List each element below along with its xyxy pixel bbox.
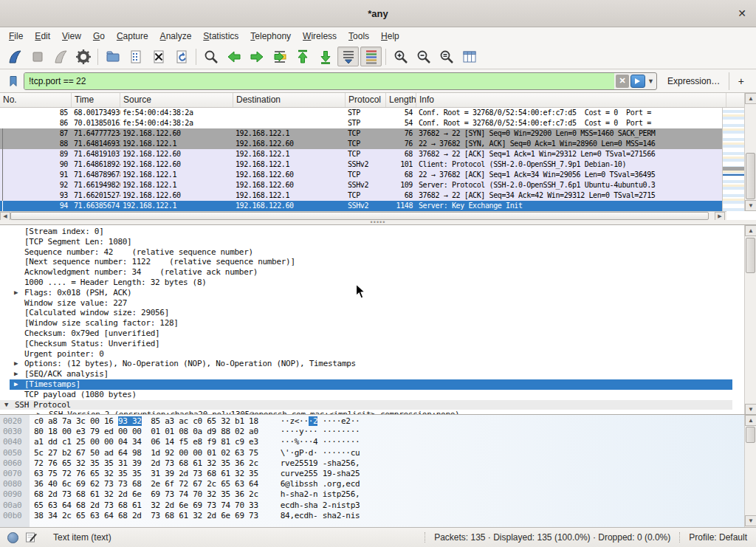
detail-line[interactable]: [Next sequence number: 1122 (relative se…: [0, 257, 744, 267]
menu-go[interactable]: Go: [87, 29, 111, 44]
details-vscrollbar[interactable]: ▲ ▼: [744, 225, 756, 415]
find-packet-button[interactable]: [200, 47, 221, 66]
filter-bookmark-button[interactable]: [4, 72, 22, 90]
column-header-length[interactable]: Length: [386, 93, 416, 107]
scrollbar-thumb[interactable]: [746, 427, 755, 443]
reload-file-button[interactable]: [171, 47, 192, 66]
zoom-out-button[interactable]: [413, 47, 434, 66]
scroll-up-icon[interactable]: ▲: [745, 415, 756, 426]
stop-capture-button[interactable]: [27, 47, 48, 66]
go-to-packet-button[interactable]: [269, 47, 290, 66]
column-header-protocol[interactable]: Protocol: [346, 93, 386, 107]
go-to-bottom-button[interactable]: [315, 47, 336, 66]
packet-row-85[interactable]: 8568.001734936fe:54:00:d4:38:2aSTP54Conf…: [0, 108, 722, 118]
save-file-button[interactable]: [125, 47, 146, 66]
capture-options-button[interactable]: [72, 47, 94, 66]
hex-row-0030[interactable]: 003080 18 00 e3 79 ed 00 00 01 01 08 0a …: [0, 427, 744, 437]
detail-line[interactable]: [TCP Segment Len: 1080]: [0, 237, 744, 247]
expand-icon[interactable]: ▶: [37, 410, 41, 415]
hex-row-00b0[interactable]: 00b038 34 2c 65 63 64 68 2d 73 68 61 32 …: [0, 511, 744, 521]
hex-row-0040[interactable]: 0040a1 dd c1 25 00 00 04 34 06 14 f5 e8 …: [0, 437, 744, 447]
expand-icon[interactable]: ▶: [14, 288, 18, 298]
filter-history-dropdown[interactable]: ▼: [645, 73, 656, 89]
scrollbar-thumb[interactable]: [10, 212, 709, 220]
menu-help[interactable]: Help: [375, 29, 405, 44]
menu-analyze[interactable]: Analyze: [154, 29, 198, 44]
auto-scroll-button[interactable]: [337, 47, 359, 66]
detail-line[interactable]: Urgent pointer: 0: [0, 349, 744, 359]
scroll-down-icon[interactable]: ▼: [745, 200, 756, 211]
detail-line[interactable]: Checksum: 0x79ed [unverified]: [0, 328, 744, 339]
profile-status[interactable]: Profile: Default: [679, 532, 756, 543]
packet-row-91[interactable]: 9171.648789678192.168.122.1192.168.122.6…: [0, 170, 722, 180]
menu-view[interactable]: View: [56, 29, 87, 44]
resize-columns-button[interactable]: [458, 47, 480, 66]
expert-info-icon[interactable]: [7, 532, 18, 543]
detail-line[interactable]: TCP payload (1080 bytes): [0, 390, 744, 400]
detail-line[interactable]: [Checksum Status: Unverified]: [0, 339, 744, 349]
detail-line[interactable]: 1000 .... = Header Length: 32 bytes (8): [0, 278, 744, 288]
menu-file[interactable]: File: [3, 29, 29, 44]
start-capture-button[interactable]: [4, 47, 25, 66]
column-header-source[interactable]: Source: [120, 93, 233, 107]
close-icon[interactable]: ✕: [735, 7, 749, 20]
detail-line[interactable]: Sequence number: 42 (relative sequence n…: [0, 247, 744, 258]
detail-line[interactable]: ▼SSH Protocol: [0, 400, 744, 410]
column-header-no[interactable]: No.: [0, 93, 72, 107]
detail-line[interactable]: ▶[Timestamps]: [0, 379, 744, 390]
packet-row-87[interactable]: 8771.647777234192.168.122.60192.168.122.…: [0, 128, 722, 139]
scrollbar-thumb[interactable]: [746, 153, 755, 199]
packet-list-hscrollbar[interactable]: ◀ ▶: [0, 211, 726, 220]
column-header-info[interactable]: Info: [416, 93, 726, 107]
detail-line[interactable]: Acknowledgment number: 34 (relative ack …: [0, 267, 744, 278]
detail-line[interactable]: ▶[SEQ/ACK analysis]: [0, 369, 744, 379]
restart-capture-button[interactable]: [49, 47, 71, 66]
capture-comment-icon[interactable]: [25, 531, 37, 543]
filter-apply-button[interactable]: [630, 75, 645, 88]
scrollbar-thumb[interactable]: [746, 238, 755, 273]
filter-clear-button[interactable]: ✕: [616, 75, 629, 88]
packet-row-89[interactable]: 8971.648191037192.168.122.60192.168.122.…: [0, 149, 722, 159]
packet-row-86[interactable]: 8670.013850163fe:54:00:d4:38:2aSTP54Conf…: [0, 118, 722, 128]
collapse-icon[interactable]: ▼: [4, 400, 8, 410]
hex-row-00a0[interactable]: 00a065 63 64 68 2d 73 68 61 32 2d 6e 69 …: [0, 500, 744, 511]
hex-row-0070[interactable]: 007063 75 72 76 65 32 35 35 31 39 2d 73 …: [0, 469, 744, 479]
menu-edit[interactable]: Edit: [29, 29, 56, 44]
open-file-button[interactable]: [102, 47, 123, 66]
packet-list-minimap[interactable]: [722, 108, 744, 211]
hex-row-0060[interactable]: 006072 76 65 32 35 35 31 39 2d 73 68 61 …: [0, 458, 744, 469]
detail-line[interactable]: [Stream index: 0]: [0, 227, 744, 237]
expand-icon[interactable]: ▶: [14, 359, 18, 369]
hex-row-0080[interactable]: 008036 40 6c 69 62 73 73 68 2e 6f 72 67 …: [0, 479, 744, 489]
menu-wireless[interactable]: Wireless: [297, 29, 343, 44]
go-to-top-button[interactable]: [292, 47, 313, 66]
packet-row-90[interactable]: 9071.648618924192.168.122.60192.168.122.…: [0, 159, 722, 170]
menu-statistics[interactable]: Statistics: [197, 29, 244, 44]
expand-icon[interactable]: ▶: [14, 369, 18, 379]
close-file-button[interactable]: [148, 47, 169, 66]
detail-line[interactable]: ▶SSH Version 2 (encryption:chacha20-poly…: [0, 410, 744, 415]
column-header-time[interactable]: Time: [72, 93, 120, 107]
go-back-button[interactable]: [223, 47, 244, 66]
hex-row-0020[interactable]: 0020c0 a8 7a 3c 00 16 93 32 85 a3 ac c0 …: [0, 416, 744, 427]
zoom-in-button[interactable]: [390, 47, 411, 66]
packet-row-88[interactable]: 8871.648146932192.168.122.1192.168.122.6…: [0, 139, 722, 149]
packet-row-92[interactable]: 9271.661949820192.168.122.1192.168.122.6…: [0, 180, 722, 190]
filter-input[interactable]: !tcp.port == 22: [24, 73, 614, 89]
detail-line[interactable]: Window size value: 227: [0, 298, 744, 309]
detail-line[interactable]: [Window size scaling factor: 128]: [0, 318, 744, 328]
scroll-down-icon[interactable]: ▼: [745, 515, 756, 526]
bytes-vscrollbar[interactable]: ▲ ▼: [744, 415, 756, 527]
scroll-down-icon[interactable]: ▼: [745, 404, 756, 415]
add-filter-button[interactable]: +: [729, 72, 752, 90]
scroll-up-icon[interactable]: ▲: [745, 225, 756, 236]
menu-telephony[interactable]: Telephony: [244, 29, 297, 44]
hex-row-0050[interactable]: 00505c 27 b2 67 50 ad 64 98 1d 92 00 00 …: [0, 448, 744, 458]
packet-row-93[interactable]: 9371.662015274192.168.122.60192.168.122.…: [0, 190, 722, 201]
expand-icon[interactable]: ▶: [14, 379, 18, 390]
hex-row-0090[interactable]: 009068 2d 73 68 61 32 2d 6e 69 73 74 70 …: [0, 489, 744, 500]
menu-tools[interactable]: Tools: [343, 29, 375, 44]
detail-line[interactable]: ▶Options: (12 bytes), No-Operation (NOP)…: [0, 359, 744, 369]
detail-line[interactable]: ▶Flags: 0x018 (PSH, ACK): [0, 288, 744, 298]
expression-button[interactable]: Expression…: [667, 76, 720, 86]
